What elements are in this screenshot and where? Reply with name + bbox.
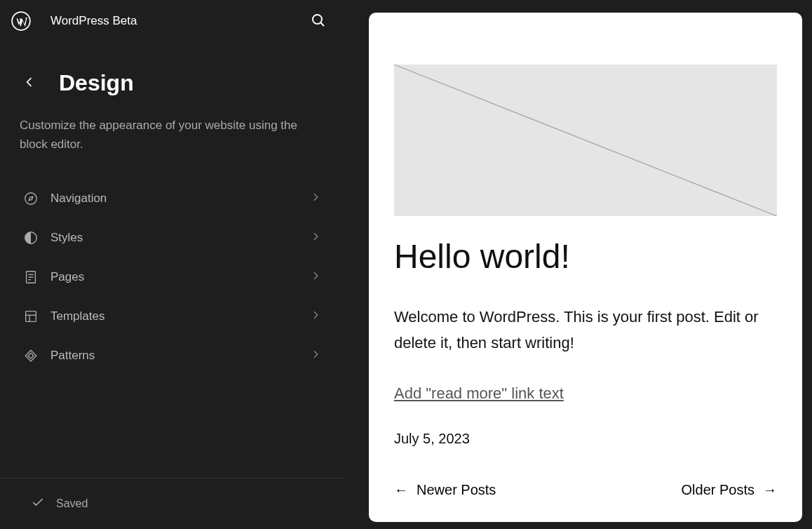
panel-description: Customize the appearance of your website…	[0, 96, 344, 179]
site-preview[interactable]: Hello world! Welcome to WordPress. This …	[369, 13, 802, 522]
layout-icon	[22, 308, 39, 325]
svg-marker-4	[29, 197, 33, 201]
save-status: Saved	[56, 497, 88, 510]
chevron-right-icon	[310, 192, 321, 206]
back-button[interactable]	[20, 72, 39, 94]
arrow-left-icon: ←	[394, 482, 408, 498]
svg-point-1	[313, 15, 322, 24]
search-icon	[310, 12, 327, 31]
post-excerpt[interactable]: Welcome to WordPress. This is your first…	[394, 304, 777, 356]
chevron-right-icon	[310, 349, 321, 363]
svg-rect-14	[28, 353, 34, 359]
search-button[interactable]	[304, 7, 332, 35]
older-posts-label: Older Posts	[682, 482, 755, 498]
sidebar-menu: Navigation Styles Pages	[0, 179, 344, 375]
svg-rect-13	[25, 351, 36, 362]
wordpress-logo-icon[interactable]	[11, 11, 31, 31]
chevron-left-icon	[22, 81, 36, 91]
menu-label: Patterns	[50, 349, 310, 363]
sidebar-item-templates[interactable]: Templates	[10, 297, 334, 336]
menu-label: Styles	[50, 231, 310, 245]
check-icon	[31, 495, 45, 512]
sidebar-item-patterns[interactable]: Patterns	[10, 336, 334, 375]
sidebar-item-pages[interactable]: Pages	[10, 257, 334, 297]
newer-posts-link[interactable]: ← Newer Posts	[394, 482, 496, 498]
topbar: WordPress Beta	[0, 0, 344, 42]
diamond-icon	[22, 347, 39, 364]
svg-line-15	[394, 65, 777, 216]
post-title[interactable]: Hello world!	[394, 237, 777, 276]
half-circle-icon	[22, 229, 39, 246]
panel-header: Design	[0, 42, 344, 96]
svg-rect-10	[26, 312, 36, 322]
chevron-right-icon	[310, 270, 321, 284]
preview-pane: Hello world! Welcome to WordPress. This …	[344, 0, 812, 529]
sidebar-item-styles[interactable]: Styles	[10, 218, 334, 257]
arrow-right-icon: →	[763, 482, 777, 498]
menu-label: Pages	[50, 270, 310, 284]
sidebar-footer: Saved	[0, 478, 344, 529]
older-posts-link[interactable]: Older Posts →	[682, 482, 777, 498]
svg-line-2	[321, 22, 325, 26]
menu-label: Navigation	[50, 192, 310, 206]
page-icon	[22, 269, 39, 286]
read-more-link[interactable]: Add "read more" link text	[394, 384, 564, 403]
site-name[interactable]: WordPress Beta	[50, 14, 285, 28]
sidebar: WordPress Beta Design Customize the appe…	[0, 0, 344, 529]
pagination: ← Newer Posts Older Posts →	[394, 482, 777, 498]
panel-title: Design	[59, 70, 134, 96]
svg-point-3	[25, 193, 37, 205]
compass-icon	[22, 190, 39, 207]
newer-posts-label: Newer Posts	[417, 482, 496, 498]
post-date[interactable]: July 5, 2023	[394, 431, 777, 447]
chevron-right-icon	[310, 309, 321, 323]
chevron-right-icon	[310, 231, 321, 245]
menu-label: Templates	[50, 309, 310, 323]
sidebar-item-navigation[interactable]: Navigation	[10, 179, 334, 218]
featured-image-placeholder[interactable]	[394, 65, 777, 216]
